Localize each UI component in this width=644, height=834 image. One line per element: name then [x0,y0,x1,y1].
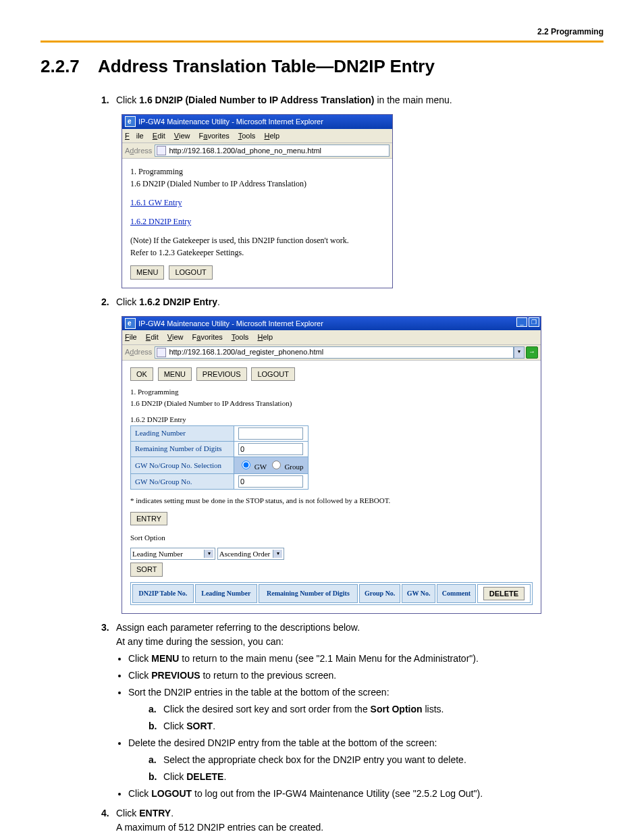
menu-file[interactable]: File [125,333,137,341]
menu-tools[interactable]: Tools [238,132,256,140]
text-dn2ip-entry: 1.6.2 DN2IP Entry [130,414,533,425]
menu-help[interactable]: Help [264,132,279,140]
menu-file[interactable]: File [125,132,144,140]
menu-favorites[interactable]: Favorites [192,333,223,341]
delete-step-b: b.Click DELETE. [149,770,603,784]
page-header: 2.2 Programming [41,27,603,43]
dn2ip-table: DN2IP Table No. Leading Number Remaining… [130,582,533,606]
minimize-icon[interactable]: _ [516,317,527,327]
screenshot-2: IP-GW4 Maintenance Utility - Microsoft I… [122,316,541,615]
radio-group[interactable] [272,461,281,469]
step-1: 1.Click 1.6 DN2IP (Dialed Number to IP A… [101,93,603,288]
sort-option-heading: Sort Option [130,532,533,544]
link-gw-entry[interactable]: 1.6.1 GW Entry [130,198,182,207]
step-2: 2.Click 1.6.2 DN2IP Entry. IP-GW4 Mainte… [101,295,603,615]
go-button-icon[interactable]: → [526,346,538,359]
menu-view[interactable]: View [167,333,184,341]
address-input-2[interactable]: http://192.168.1.200/ad_register_phoneno… [155,346,514,359]
step-3: 3.Assign each parameter referring to the… [101,621,603,801]
delete-step-a: a.Select the appropriate check box for t… [149,753,603,767]
stop-status-note: * indicates setting must be done in the … [130,495,533,506]
col-remaining-digits: Remaining Number of Digits [259,584,358,604]
window-title: IP-GW4 Maintenance Utility - Microsoft I… [138,116,323,128]
menu-button[interactable]: MENU [130,265,164,280]
sort-step-a: a.Click the desired sort key and sort or… [149,702,603,716]
bullet-previous: Click PREVIOUS to return to the previous… [128,669,603,683]
logout-button[interactable]: LOGOUT [169,265,212,280]
window-titlebar: IP-GW4 Maintenance Utility - Microsoft I… [122,115,392,129]
screenshot-1: IP-GW4 Maintenance Utility - Microsoft I… [122,114,393,288]
menu-edit[interactable]: Edit [153,132,165,140]
address-label: Address [125,145,152,157]
ie-icon [125,116,136,127]
bullet-sort: Sort the DN2IP entries in the table at t… [128,685,603,733]
sort-key-select[interactable]: Leading Number ▾ [130,548,215,561]
step-3-intro: At any time during the session, you can: [101,635,603,649]
ok-button[interactable]: OK [130,367,153,382]
ie-menubar-2: File Edit View Favorites Tools Help [122,330,541,345]
text-programming: 1. Programming [130,386,533,398]
bullet-logout: Click LOGOUT to log out from the IP-GW4 … [128,787,603,801]
window-titlebar-2: IP-GW4 Maintenance Utility - Microsoft I… [122,317,541,331]
step-4: 4.Click ENTRY. A maximum of 512 DN2IP en… [101,806,603,834]
menu-view[interactable]: View [174,132,190,140]
previous-button[interactable]: PREVIOUS [196,367,247,382]
chevron-down-icon: ▾ [273,550,282,558]
page-content: 1. Programming 1.6 DN2IP (Dialed Number … [122,159,392,288]
leading-number-input[interactable] [238,427,303,440]
bullet-menu: Click MENU to return to the main menu (s… [128,652,603,666]
label-leading-number: Leading Number [131,425,234,441]
address-dropdown-icon[interactable]: ▾ [514,346,525,359]
link-dn2ip-entry[interactable]: 1.6.2 DN2IP Entry [130,217,191,226]
menu-tools[interactable]: Tools [232,333,249,341]
col-table-no: DN2IP Table No. [132,584,194,604]
menu-favorites[interactable]: Favorites [199,132,230,140]
logout-button[interactable]: LOGOUT [251,367,294,382]
address-input[interactable]: http://192.168.1.200/ad_phone_no_menu.ht… [155,145,390,157]
page-icon [157,348,166,357]
section-title: Address Translation Table—DN2IP Entry [98,56,435,76]
page-content-2: OK MENU PREVIOUS LOGOUT 1. Programming 1… [122,361,541,614]
text-dn2ip-heading: 1.6 DN2IP (Dialed Number to IP Address T… [130,398,533,409]
menu-help[interactable]: Help [257,333,273,341]
step-4-note: A maximum of 512 DN2IP entries can be cr… [101,820,603,834]
address-bar-2: Address http://192.168.1.200/ad_register… [122,345,541,361]
col-gw-no: GW No. [402,584,435,604]
menu-button[interactable]: MENU [158,367,192,382]
text-programming: 1. Programming [130,165,384,178]
ie-icon [125,318,136,329]
address-bar: Address http://192.168.1.200/ad_phone_no… [122,143,392,159]
entry-button[interactable]: ENTRY [130,512,167,526]
sort-order-select[interactable]: Ascending Order ▾ [217,548,284,561]
ie-menubar: File Edit View Favorites Tools Help [122,129,392,144]
text-dn2ip-heading: 1.6 DN2IP (Dialed Number to IP Address T… [130,178,384,190]
breadcrumb: 2.2 Programming [537,27,603,36]
note-line-2: Refer to 1.2.3 Gatekeeper Settings. [130,246,384,259]
url-text-2: http://192.168.1.200/ad_register_phoneno… [169,346,323,358]
remaining-digits-input[interactable] [238,443,303,455]
menu-edit[interactable]: Edit [146,333,159,341]
sort-order-value: Ascending Order [219,548,270,560]
address-label: Address [125,346,152,358]
page-icon [157,146,166,155]
url-text: http://192.168.1.200/ad_phone_no_menu.ht… [169,145,321,157]
chevron-down-icon: ▾ [204,550,213,558]
col-group-no: Group No. [359,584,400,604]
bullet-delete: Delete the desired DN2IP entry from the … [128,736,603,784]
sort-button[interactable]: SORT [130,563,163,577]
page-title: 2.2.7Address Translation Table—DN2IP Ent… [41,56,603,77]
radio-gw[interactable] [242,461,250,469]
entry-form: Leading Number Remaining Number of Digit… [130,425,308,490]
maximize-icon[interactable]: ❐ [529,317,539,327]
col-leading-number: Leading Number [195,584,257,604]
delete-button[interactable]: DELETE [483,587,525,601]
gw-group-no-input[interactable] [238,475,303,488]
label-remaining-digits: Remaining Number of Digits [131,441,234,457]
sort-key-value: Leading Number [132,548,201,560]
section-number: 2.2.7 [41,56,98,77]
label-gw-group-no: GW No/Group No. [131,474,234,490]
label-gw-group-selection: GW No/Group No. Selection [131,457,234,474]
window-title-2: IP-GW4 Maintenance Utility - Microsoft I… [138,318,323,330]
col-comment: Comment [437,584,476,604]
note-line-1: (Note) If the Gatekeeper is used, this D… [130,234,384,246]
